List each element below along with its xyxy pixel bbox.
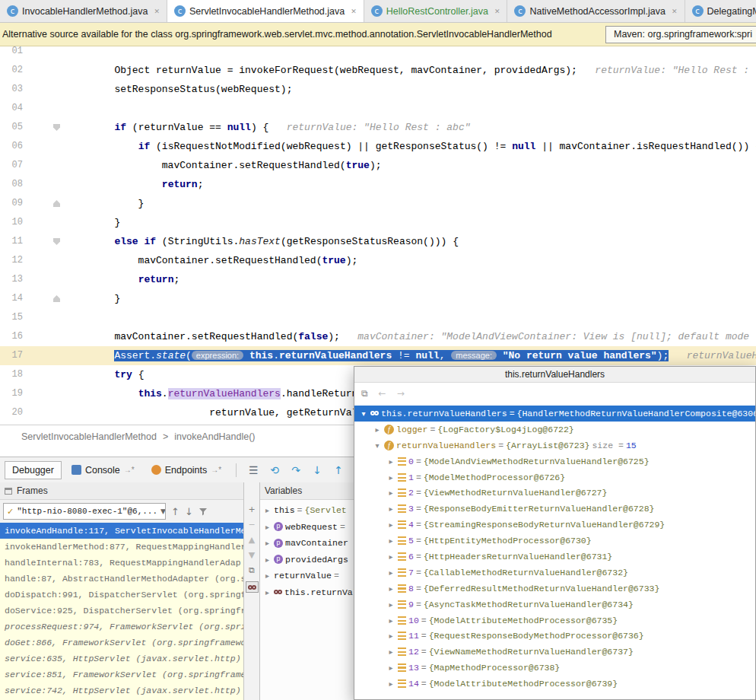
- editor-tab[interactable]: cInvocableHandlerMethod.java✕: [0, 0, 167, 22]
- stack-frame[interactable]: service:742, HttpServlet (javax.servlet.…: [0, 682, 243, 698]
- show-watches-icon[interactable]: [246, 581, 259, 593]
- line-number[interactable]: 10: [0, 213, 23, 232]
- fold-marker-icon[interactable]: [53, 238, 60, 245]
- chevron-down-icon[interactable]: ▾: [373, 441, 382, 450]
- stack-frame[interactable]: processRequest:974, FrameworkServlet (or…: [0, 619, 243, 635]
- stack-frame[interactable]: invokeAndHandle:117, ServletInvocableHan…: [0, 523, 243, 539]
- stack-frame[interactable]: handleInternal:783, RequestMappingHandle…: [0, 555, 243, 571]
- chevron-right-icon[interactable]: ▸: [386, 616, 395, 625]
- line-number[interactable]: 01: [0, 46, 23, 61]
- breadcrumb-class[interactable]: ServletInvocableHandlerMethod: [21, 431, 157, 442]
- line-number[interactable]: 02: [0, 61, 23, 80]
- tab-endpoints[interactable]: Endpoints→*: [145, 462, 229, 479]
- menu-icon[interactable]: ☰: [244, 464, 262, 476]
- line-number[interactable]: 09: [0, 194, 23, 213]
- tree-row[interactable]: ▸8 = {DeferredResultMethodReturnValueHan…: [354, 581, 755, 597]
- step-over-icon[interactable]: ↷: [287, 464, 305, 476]
- stack-frame[interactable]: service:635, HttpServlet (javax.servlet.…: [0, 651, 243, 667]
- chevron-right-icon[interactable]: ▸: [386, 552, 395, 561]
- chevron-right-icon[interactable]: ▸: [386, 648, 395, 656]
- stack-frame[interactable]: handle:87, AbstractHandlerMethodAdapter …: [0, 571, 243, 587]
- forward-icon[interactable]: →: [397, 388, 405, 399]
- chevron-right-icon[interactable]: ▸: [263, 555, 272, 564]
- chevron-right-icon[interactable]: ▸: [263, 506, 272, 514]
- line-number[interactable]: 17: [0, 346, 23, 365]
- editor-tab[interactable]: cHelloRestController.java✕: [364, 0, 508, 22]
- tab-console[interactable]: Console→*: [65, 462, 141, 479]
- fold-marker-icon[interactable]: [53, 124, 60, 131]
- stack-frame[interactable]: doGet:866, FrameworkServlet (org.springf…: [0, 635, 243, 651]
- tree-row[interactable]: ▸11 = {RequestResponseBodyMethodProcesso…: [354, 628, 755, 644]
- close-icon[interactable]: ✕: [351, 8, 357, 15]
- close-icon[interactable]: ✕: [672, 8, 678, 15]
- chevron-right-icon[interactable]: ▸: [386, 504, 395, 513]
- tree-row[interactable]: ▸7 = {CallableMethodReturnValueHandler@6…: [354, 565, 755, 581]
- tree-row[interactable]: ▸0 = {ModelAndViewMethodReturnValueHandl…: [354, 453, 755, 469]
- tree-row[interactable]: ▸12 = {ViewNameMethodReturnValueHandler@…: [354, 644, 755, 660]
- line-number[interactable]: 16: [0, 327, 23, 346]
- line-number[interactable]: 05: [0, 118, 23, 137]
- tree-row[interactable]: ▸4 = {StreamingResponseBodyReturnValueHa…: [354, 517, 755, 533]
- chevron-right-icon[interactable]: ▸: [386, 568, 395, 577]
- tree-row[interactable]: ▸1 = {ModelMethodProcessor@6726}: [354, 469, 755, 485]
- breadcrumb-method[interactable]: invokeAndHandle(): [174, 431, 255, 442]
- chevron-right-icon[interactable]: ▸: [386, 473, 395, 482]
- chevron-right-icon[interactable]: ▸: [386, 520, 395, 529]
- chevron-right-icon[interactable]: ▸: [386, 536, 395, 545]
- chevron-right-icon[interactable]: ▸: [386, 632, 395, 640]
- chevron-right-icon[interactable]: ▸: [263, 523, 272, 531]
- chevron-right-icon[interactable]: ▸: [263, 571, 272, 580]
- line-number[interactable]: 13: [0, 270, 23, 289]
- stack-frame[interactable]: doService:925, DispatcherServlet (org.sp…: [0, 603, 243, 619]
- line-number[interactable]: 04: [0, 99, 23, 118]
- copy-icon[interactable]: ⧉: [249, 566, 255, 574]
- remove-watch-icon[interactable]: −: [248, 520, 255, 529]
- line-number[interactable]: 20: [0, 403, 23, 422]
- fold-marker-icon[interactable]: [53, 200, 60, 207]
- line-number[interactable]: 08: [0, 175, 23, 194]
- line-number[interactable]: 06: [0, 137, 23, 156]
- move-up-icon[interactable]: ▲: [249, 536, 255, 544]
- back-icon[interactable]: ←: [379, 388, 386, 399]
- line-number[interactable]: 18: [0, 365, 23, 384]
- fold-marker-icon[interactable]: [53, 295, 60, 302]
- filter-funnel-icon[interactable]: [199, 507, 208, 516]
- stack-frame[interactable]: invokeHandlerMethod:877, RequestMappingH…: [0, 539, 243, 555]
- chevron-down-icon[interactable]: ▾: [359, 409, 368, 418]
- tree-row[interactable]: ▸flogger = {LogFactory$Log4jLog@6722}: [354, 422, 755, 438]
- line-number[interactable]: 19: [0, 384, 23, 403]
- tree-row[interactable]: ▸14 = {ModelAttributeMethodProcessor@673…: [354, 676, 755, 692]
- chevron-right-icon[interactable]: ▸: [386, 488, 395, 497]
- line-number[interactable]: 12: [0, 251, 23, 270]
- thread-dropdown[interactable]: ✓ "http-nio-8080-exec-1"@6,... ▼: [3, 503, 166, 520]
- chevron-right-icon[interactable]: ▸: [373, 425, 382, 434]
- source-selector-dropdown[interactable]: Maven: org.springframework:spri: [605, 26, 756, 43]
- editor-tab[interactable]: cDelegatingMethodAccessorImpl.java✕: [685, 0, 756, 22]
- chevron-right-icon[interactable]: ▸: [386, 600, 395, 609]
- step-out-icon[interactable]: ↑: [329, 464, 348, 476]
- stack-frame[interactable]: service:851, FrameworkServlet (org.sprin…: [0, 667, 243, 682]
- next-frame-button[interactable]: ↓: [185, 506, 193, 517]
- stack-frame[interactable]: doDispatch:991, DispatcherServlet (org.s…: [0, 587, 243, 603]
- add-watch-icon[interactable]: +: [248, 505, 255, 514]
- previous-frame-button[interactable]: ↑: [171, 506, 179, 517]
- line-number[interactable]: 11: [0, 232, 23, 251]
- editor-tab[interactable]: cServletInvocableHandlerMethod.java✕: [167, 0, 364, 22]
- tree-row[interactable]: ▾freturnValueHandlers = {ArrayList@6723}…: [354, 438, 755, 453]
- chevron-right-icon[interactable]: ▸: [386, 457, 395, 466]
- tab-debugger[interactable]: Debugger: [5, 461, 62, 479]
- tree-row[interactable]: ▸10 = {ModelAttributeMethodProcessor@673…: [354, 612, 755, 628]
- line-number[interactable]: 15: [0, 308, 23, 327]
- line-number[interactable]: 14: [0, 289, 23, 308]
- move-down-icon[interactable]: ▼: [249, 551, 255, 559]
- chevron-right-icon[interactable]: ▸: [386, 679, 395, 688]
- chevron-right-icon[interactable]: ▸: [386, 584, 395, 593]
- line-number[interactable]: 03: [0, 80, 23, 99]
- editor-tab[interactable]: cNativeMethodAccessorImpl.java✕: [507, 0, 685, 22]
- rerun-icon[interactable]: ⟲: [265, 464, 284, 476]
- tree-row[interactable]: ▸2 = {ViewMethodReturnValueHandler@6727}: [354, 485, 755, 501]
- step-into-icon[interactable]: ↓: [308, 464, 326, 476]
- tree-row[interactable]: ▸6 = {HttpHeadersReturnValueHandler@6731…: [354, 549, 755, 565]
- tree-row[interactable]: ▸3 = {ResponseBodyEmitterReturnValueHand…: [354, 501, 755, 517]
- layers-icon[interactable]: ⧉: [361, 388, 368, 399]
